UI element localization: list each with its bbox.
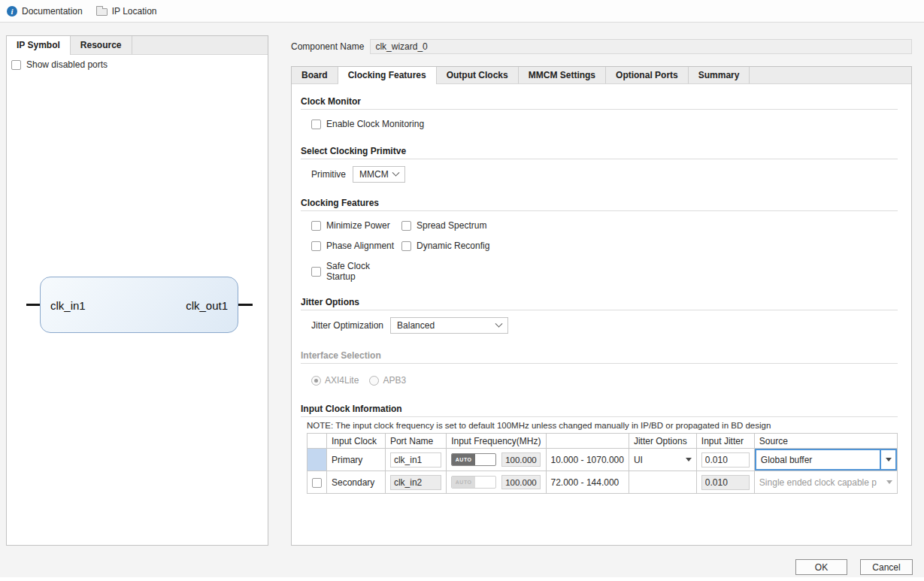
- tab-output-clocks[interactable]: Output Clocks: [437, 67, 519, 83]
- component-name-input[interactable]: [370, 39, 912, 54]
- col-input-jitter: Input Jitter: [696, 434, 754, 449]
- col-input-clock: Input Clock: [327, 434, 386, 449]
- minimize-power-label: Minimize Power: [326, 220, 390, 231]
- primary-row-selector[interactable]: [307, 449, 327, 471]
- primary-frequency-input[interactable]: [501, 452, 541, 467]
- auto-toggle-label: AUTO: [452, 454, 475, 465]
- primary-source-cell: Global buffer: [754, 449, 897, 471]
- primary-auto-toggle[interactable]: AUTO: [451, 453, 496, 466]
- secondary-enable-checkbox[interactable]: [312, 478, 322, 488]
- tab-mmcm-settings[interactable]: MMCM Settings: [519, 67, 606, 83]
- spread-spectrum-label: Spread Spectrum: [417, 220, 486, 231]
- phase-alignment-label: Phase Alignment: [326, 241, 394, 251]
- secondary-port-name-input: [390, 475, 441, 490]
- primary-jitter-options-select[interactable]: UI: [634, 455, 692, 465]
- ip-symbol-canvas: Show disabled ports clk_in1 clk_out1: [7, 55, 268, 546]
- port-clk-in1: clk_in1: [50, 298, 86, 311]
- col-source: Source: [754, 434, 897, 449]
- cancel-button[interactable]: Cancel: [860, 559, 913, 575]
- interface-selection-options: AXI4Lite APB3: [311, 375, 898, 386]
- tab-summary[interactable]: Summary: [689, 67, 750, 83]
- primary-frequency-cell: AUTO: [447, 449, 546, 471]
- dropdown-arrow-button[interactable]: [880, 450, 895, 469]
- clocking-features-options: Minimize Power Spread Spectrum Phase Ali…: [311, 220, 567, 282]
- enable-clock-monitoring-checkbox[interactable]: [311, 120, 321, 129]
- col-input-frequency: Input Frequency(MHz): [447, 434, 546, 449]
- folder-icon: [96, 8, 108, 16]
- clocking-features-page: Clock Monitor Enable Clock Monitoring Se…: [292, 84, 911, 545]
- tab-resource[interactable]: Resource: [71, 36, 132, 54]
- secondary-jitter-options-cell: [629, 471, 696, 494]
- tab-clocking-features[interactable]: Clocking Features: [338, 67, 437, 84]
- clk-out1-pin: [238, 304, 253, 306]
- apb3-option: APB3: [369, 375, 406, 386]
- chevron-down-icon: [392, 168, 400, 176]
- primary-port-name-input[interactable]: [390, 452, 441, 468]
- apb3-radio[interactable]: [369, 376, 379, 386]
- col-range: [546, 434, 629, 449]
- primary-source-select[interactable]: Global buffer: [755, 449, 897, 471]
- primary-port-cell: [385, 449, 446, 471]
- dynamic-reconfig-label: Dynamic Reconfig: [417, 241, 489, 251]
- ip-location-button[interactable]: IP Location: [96, 6, 157, 17]
- table-header-row: Input Clock Port Name Input Frequency(MH…: [307, 434, 898, 449]
- secondary-source-cell: Single ended clock capable p: [754, 471, 897, 494]
- component-name-row: Component Name: [291, 38, 912, 55]
- config-panel: Board Clocking Features Output Clocks MM…: [291, 66, 912, 546]
- secondary-row-selector-cell: [307, 471, 327, 494]
- bottom-strip: [0, 577, 924, 581]
- jitter-options-title: Jitter Options: [301, 297, 898, 307]
- component-name-label: Component Name: [291, 41, 364, 52]
- show-disabled-ports-checkbox[interactable]: [11, 60, 21, 70]
- col-jitter-options: Jitter Options: [629, 434, 696, 449]
- apb3-label: APB3: [383, 375, 406, 386]
- primitive-row: Primitive MMCM: [311, 166, 898, 183]
- phase-alignment-checkbox[interactable]: [311, 241, 321, 251]
- ip-location-label: IP Location: [112, 6, 157, 17]
- secondary-source-value: Single ended clock capable p: [755, 477, 881, 488]
- secondary-frequency-input: [501, 475, 541, 489]
- toolbar: i Documentation IP Location: [0, 0, 924, 23]
- clocking-features-title: Clocking Features: [301, 198, 898, 208]
- jitter-optimization-value: Balanced: [397, 320, 435, 331]
- dropdown-arrow-icon: [686, 458, 692, 461]
- phase-alignment-row: Phase Alignment: [311, 241, 401, 251]
- secondary-input-jitter-cell: [696, 471, 754, 494]
- secondary-auto-toggle: AUTO: [451, 476, 496, 489]
- safe-clock-startup-checkbox[interactable]: [311, 267, 321, 277]
- section-divider: [301, 416, 898, 417]
- jitter-optimization-row: Jitter Optimization Balanced: [311, 317, 898, 334]
- ok-button[interactable]: OK: [795, 559, 847, 575]
- primitive-select[interactable]: MMCM: [353, 166, 405, 183]
- primary-source-value: Global buffer: [756, 455, 880, 465]
- clock-monitor-title: Clock Monitor: [301, 96, 898, 107]
- clk-in1-pin: [26, 304, 41, 306]
- port-clk-out1: clk_out1: [186, 298, 228, 311]
- tab-optional-ports[interactable]: Optional Ports: [606, 67, 689, 83]
- spread-spectrum-row: Spread Spectrum: [401, 220, 567, 231]
- primitive-label: Primitive: [311, 169, 346, 180]
- primary-jitter-options-cell: UI: [629, 449, 696, 471]
- minimize-power-checkbox[interactable]: [311, 221, 321, 231]
- show-disabled-ports-label: Show disabled ports: [26, 59, 108, 70]
- documentation-label: Documentation: [22, 6, 83, 17]
- secondary-input-clock: Secondary: [327, 471, 386, 494]
- safe-clock-startup-label: Safe Clock Startup: [326, 261, 401, 282]
- jitter-optimization-select[interactable]: Balanced: [390, 317, 508, 334]
- dropdown-arrow-icon: [886, 458, 892, 461]
- primary-input-jitter-input[interactable]: [701, 452, 750, 468]
- tab-board[interactable]: Board: [292, 67, 338, 83]
- table-row-secondary: Secondary AUTO 72.000 - 144.000: [307, 471, 898, 494]
- documentation-button[interactable]: i Documentation: [7, 6, 83, 17]
- jitter-optimization-label: Jitter Optimization: [311, 320, 383, 331]
- info-icon: i: [7, 6, 17, 17]
- tab-ip-symbol[interactable]: IP Symbol: [7, 36, 71, 55]
- section-divider: [301, 363, 898, 364]
- spread-spectrum-checkbox[interactable]: [401, 221, 411, 231]
- dropdown-arrow-icon: [886, 480, 892, 484]
- table-row-primary: Primary AUTO 10.000 - 1070.000: [307, 449, 898, 471]
- dynamic-reconfig-checkbox[interactable]: [401, 241, 411, 251]
- axi4lite-radio[interactable]: [311, 376, 321, 386]
- axi4lite-option: AXI4Lite: [311, 375, 359, 386]
- select-clocking-primitive-title: Select Clocking Primitve: [301, 146, 898, 156]
